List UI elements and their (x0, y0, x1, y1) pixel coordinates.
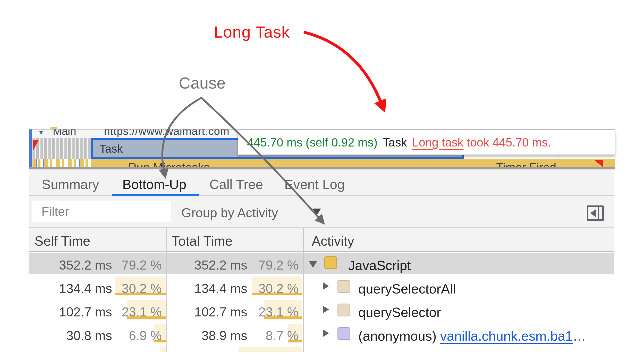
mini-script-bars (32, 159, 91, 167)
total-pct-value: 30.2 % (250, 282, 299, 295)
activity-label[interactable]: querySelectorAll (358, 281, 456, 297)
show-sidebar-toggle[interactable] (587, 205, 604, 221)
self-pct-value: 6.9 % (113, 329, 162, 342)
source-file-link[interactable]: vanilla.chunk.esm.ba1 (440, 329, 573, 343)
tooltip-warning-text: took 445.70 ms. (463, 135, 551, 149)
dropdown-caret-icon[interactable] (313, 209, 321, 215)
task-bar-label: Task (99, 142, 123, 155)
bottom-up-panel: Summary Bottom-Up Call Tree Event Log Gr… (29, 169, 614, 352)
table-row[interactable]: 134.4 ms 30.2 % 134.4 ms 30.2 % querySel… (29, 276, 614, 300)
expand-caret-icon[interactable] (323, 329, 329, 337)
column-header-activity[interactable]: Activity (312, 233, 354, 249)
track-name: Main (53, 130, 76, 137)
active-tab-underline (112, 194, 199, 196)
task-tooltip: 445.70 ms (self 0.92 ms) Task Long task … (238, 130, 615, 155)
track-expand-caret-icon[interactable]: ▾ (39, 130, 43, 137)
sidebar-left-arrow-icon (590, 209, 596, 217)
long-task-annotation: Long Task (214, 23, 290, 41)
total-time-value: 38.9 ms (169, 329, 247, 342)
tooltip-category: Task (383, 135, 407, 149)
mini-task-bars (32, 138, 91, 159)
long-task-arrow (305, 32, 381, 102)
anonymous-label[interactable]: (anonymous) (358, 329, 436, 343)
filter-input[interactable] (32, 201, 171, 222)
mini-bar (79, 159, 80, 167)
mini-bar (43, 159, 44, 167)
total-time-value: 102.7 ms (169, 306, 247, 318)
column-header-self-time[interactable]: Self Time (35, 233, 90, 249)
self-pct-value: 79.2 % (113, 259, 162, 272)
self-time-value: 30.8 ms (33, 329, 112, 342)
total-pct-value: 8.7 % (250, 329, 299, 342)
toolbar-border (29, 227, 614, 228)
self-time-value: 102.7 ms (33, 306, 112, 318)
tab-summary[interactable]: Summary (42, 177, 99, 192)
script-activity-row[interactable]: Run Microtasks Timer Fired (91, 159, 615, 167)
group-by-dropdown[interactable]: Group by Activity (181, 205, 278, 220)
category-swatch-javascript (324, 256, 337, 269)
category-swatch-dom (337, 304, 350, 316)
self-pct-value: 30.2 % (113, 282, 162, 295)
truncation-ellipsis: … (573, 329, 586, 343)
total-pct-value: 79.2 % (250, 259, 299, 272)
tab-bottom-up[interactable]: Bottom-Up (122, 177, 187, 192)
column-divider[interactable] (303, 228, 304, 352)
self-time-value: 352.2 ms (33, 259, 112, 272)
header-border (29, 251, 614, 252)
total-pct-value: 23.1 % (250, 306, 299, 318)
activity-label: (anonymous)vanilla.chunk.esm.ba1… (358, 328, 586, 344)
tooltip-duration: 445.70 ms (self 0.92 ms) (247, 135, 377, 149)
total-pct-bar (239, 347, 302, 352)
track-url: https://www.walmart.com (104, 130, 229, 137)
table-row[interactable]: 30.8 ms 6.9 % 38.9 ms 8.7 % (anonymous)v… (29, 323, 614, 347)
self-pct-bar (160, 347, 166, 352)
self-time-value: 134.4 ms (33, 282, 112, 295)
table-row[interactable]: 352.2 ms 79.2 % 352.2 ms 79.2 % JavaScri… (29, 253, 614, 274)
category-swatch-dom (337, 280, 350, 293)
self-pct-value: 23.1 % (113, 306, 162, 318)
screenshot-page: Long Task Cause ▾ Main https (0, 0, 644, 362)
sidebar-divider-icon (598, 207, 599, 219)
timer-fired-label: Timer Fired (496, 160, 556, 167)
mini-bar (36, 159, 37, 167)
performance-flame-chart: ▾ Main https://www.walmart.com Task Run … (29, 127, 616, 169)
cause-annotation: Cause (179, 74, 226, 92)
column-header-total-time[interactable]: Total Time (172, 233, 233, 249)
total-time-value: 134.4 ms (169, 282, 247, 295)
category-swatch-anonymous (337, 327, 350, 340)
expand-caret-icon[interactable] (323, 306, 329, 313)
flame-bottom-shadow (29, 167, 615, 169)
tooltip-long-task-link[interactable]: Long task (412, 135, 463, 149)
tab-call-tree[interactable]: Call Tree (209, 177, 263, 192)
activity-label[interactable]: querySelector (358, 305, 441, 320)
table-row[interactable]: 102.7 ms 23.1 % 102.7 ms 23.1 % querySel… (29, 299, 614, 323)
column-divider[interactable] (166, 228, 167, 352)
collapse-caret-icon[interactable] (309, 261, 317, 268)
total-time-value: 352.2 ms (169, 259, 247, 272)
expand-caret-icon[interactable] (323, 282, 329, 290)
activity-label[interactable]: JavaScript (348, 258, 411, 273)
tab-event-log[interactable]: Event Log (284, 177, 345, 192)
track-selection-bar (29, 130, 32, 167)
run-microtasks-label: Run Microtasks (128, 160, 210, 167)
